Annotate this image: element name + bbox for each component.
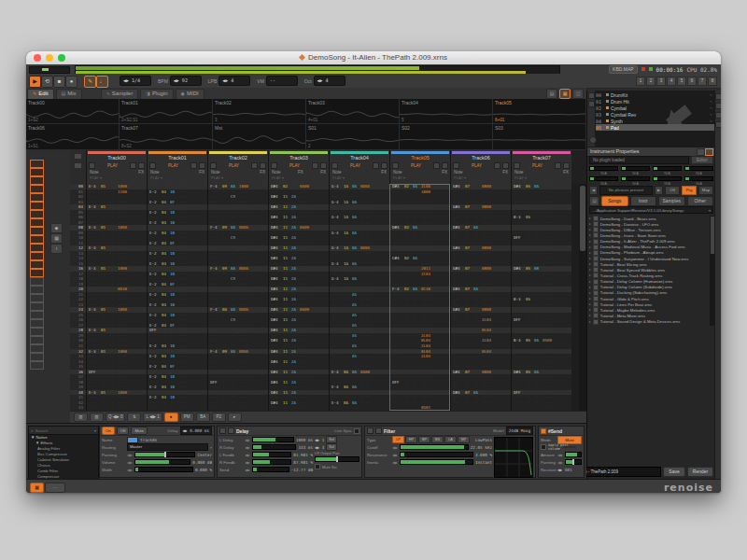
titlebar[interactable]: DemoSong - It-Alien - ThePath 2.009.xrns — [26, 51, 721, 65]
expand-icon[interactable]: ▸ — [589, 320, 591, 324]
disk-browser-path[interactable]: …/Application Support/Renoise/V3.1.0/Lib… — [589, 206, 713, 214]
expand-icon[interactable]: ▸ — [589, 245, 591, 249]
instrument-scroll-up-icon[interactable] — [588, 92, 595, 99]
track-collapse-icon[interactable] — [210, 162, 217, 169]
play-button[interactable]: ▶ — [29, 76, 41, 88]
track-solo-icon[interactable] — [320, 162, 327, 169]
track-solo-icon[interactable] — [563, 162, 570, 169]
scope-cell-mst[interactable]: Mst — [213, 124, 306, 150]
macro-slider-6[interactable]: N/A — [621, 176, 650, 186]
sequence-slot[interactable] — [30, 168, 44, 176]
param-nudge-icon[interactable]: ◀▶ — [557, 460, 563, 465]
track-collapse-icon[interactable] — [89, 162, 95, 169]
expand-icon[interactable]: ▸ — [589, 262, 591, 266]
expand-icon[interactable]: ▸ — [589, 228, 591, 231]
pattern-control-button-2[interactable]: Q ◀▶ 0 — [106, 413, 125, 422]
param-slider[interactable] — [252, 459, 291, 465]
device-bypass-icon[interactable] — [228, 427, 234, 434]
param-nudge-icon[interactable]: ◀▶ — [392, 445, 398, 450]
library-icon[interactable]: ▤ — [589, 196, 599, 206]
sequence-slot[interactable] — [30, 185, 44, 193]
instrument-item-05[interactable]: 05Pad∿ — [596, 124, 714, 131]
param-nudge-icon[interactable]: ◀▶ — [245, 460, 250, 465]
pattern-control-button-3[interactable]: ⇅ — [127, 413, 141, 422]
param-nudge-icon[interactable]: ◀▶ — [557, 453, 563, 457]
pattern-track-column[interactable]: D#4050A····---········---········---····… — [511, 184, 571, 411]
pattern-cell[interactable]: ---········ — [269, 405, 329, 411]
edge-button[interactable] — [715, 112, 721, 119]
track-collapse-icon[interactable] — [514, 162, 520, 169]
detach-button[interactable] — [705, 148, 713, 156]
pattern-gutter-header[interactable] — [70, 150, 86, 185]
param-nudge-icon[interactable]: ◀▶ — [127, 468, 133, 472]
sequence-slot[interactable] — [30, 260, 44, 269]
track-mute-icon[interactable] — [190, 162, 197, 169]
param-nudge-icon[interactable]: ◀▶ — [127, 460, 133, 465]
edge-button[interactable] — [715, 103, 721, 109]
edge-button[interactable] — [715, 121, 721, 128]
instrument-item-00[interactable]: 00DrumKit∿ — [596, 91, 714, 98]
track-device-selector[interactable]: PLAY ▾ — [330, 175, 389, 182]
track-device-selector[interactable]: PLAY ▾ — [269, 175, 329, 182]
transport-chip-value[interactable]: ◀▶ 92 — [170, 76, 202, 86]
filter-type-lp[interactable]: LP — [392, 436, 404, 443]
param-slider[interactable] — [252, 444, 297, 450]
screen-preset-button[interactable]: 8 — [708, 77, 717, 86]
automation-tab[interactable]: ⋯ — [45, 483, 65, 493]
track-mute-icon[interactable] — [373, 162, 379, 169]
param-slider[interactable] — [134, 467, 193, 472]
expand-icon[interactable]: ▸ — [589, 280, 591, 284]
plugin-selector[interactable]: No plugin loaded — [589, 156, 689, 164]
pattern-cell[interactable]: ---········ — [451, 405, 511, 411]
track-solo-icon[interactable] — [502, 162, 509, 169]
sequence-slot[interactable] — [30, 227, 44, 235]
screen-preset-button[interactable]: 3 — [656, 77, 666, 86]
scope-cell-s03[interactable]: S03 — [493, 124, 586, 150]
screen-preset-button[interactable]: 2 — [646, 77, 655, 86]
midi-keyboard-icon[interactable] — [589, 136, 597, 144]
sequence-slot[interactable] — [30, 252, 44, 260]
scope-cell-track04[interactable]: Track045 — [400, 99, 493, 124]
track-play-state[interactable]: PLAY — [97, 163, 128, 168]
master-volume-slider[interactable] — [29, 66, 70, 74]
category-samples[interactable]: Samples — [658, 196, 685, 206]
instrument-item-03[interactable]: 03Cymbal Rev∿ — [596, 111, 714, 118]
collapse-button[interactable] — [697, 148, 705, 156]
scope-cell-s02[interactable]: S02 — [400, 124, 493, 150]
track-solo-icon[interactable] — [442, 162, 448, 169]
pattern-track-column[interactable]: D#4020AZL0A---····3000---········---····… — [389, 184, 450, 411]
screen-preset-button[interactable]: 1 — [636, 77, 645, 86]
pattern-control-button-1[interactable]: ▥ — [90, 413, 104, 422]
sync-select-button[interactable]: Sel — [326, 443, 337, 451]
view-toggle-1[interactable]: ▦ — [559, 89, 571, 99]
expand-icon[interactable]: ▸ — [589, 257, 591, 260]
sequence-slot[interactable] — [30, 210, 44, 218]
send-panning-slider[interactable] — [565, 459, 582, 465]
sequencer-tool-2[interactable]: ↕ — [50, 244, 63, 254]
sequence-slot[interactable] — [30, 202, 44, 210]
expand-icon[interactable]: ▸ — [589, 291, 591, 295]
phrase-mode-map[interactable]: Map — [698, 186, 713, 195]
track-play-state[interactable]: PLAY — [461, 163, 492, 168]
phrase-selector[interactable]: No phrases present — [599, 186, 653, 195]
pattern-scrollbar[interactable] — [579, 184, 586, 411]
scope-cell-track07[interactable]: Track078+S2 — [120, 124, 213, 150]
param-nudge-icon[interactable]: ◀▶ — [245, 445, 250, 450]
category-other[interactable]: Other — [687, 196, 714, 206]
expand-icon[interactable]: ▸ — [589, 308, 591, 312]
expand-icon[interactable]: ▸ — [589, 222, 591, 226]
category-songs[interactable]: Songs — [601, 196, 628, 206]
track-mute-icon[interactable] — [251, 162, 258, 169]
track-solo-icon[interactable] — [381, 162, 388, 169]
sequence-slot[interactable] — [30, 277, 44, 286]
expand-icon[interactable]: ▸ — [589, 314, 591, 317]
param-slider[interactable] — [134, 459, 190, 465]
sequence-slot[interactable] — [30, 336, 44, 344]
param-nudge-icon[interactable]: ◀▶ — [245, 468, 250, 472]
pattern-track-column[interactable]: G-41A0A0D0A---········---········G-41A0A… — [329, 184, 389, 411]
pattern-cell[interactable]: ---········ — [512, 405, 571, 411]
pattern-track-column[interactable]: F-4090A1000---········---··C9····---····… — [207, 184, 268, 411]
phrase-prev-button[interactable]: ◀ — [589, 186, 598, 195]
track-mute-icon[interactable] — [130, 162, 136, 169]
device-collapse-icon[interactable] — [367, 427, 374, 434]
